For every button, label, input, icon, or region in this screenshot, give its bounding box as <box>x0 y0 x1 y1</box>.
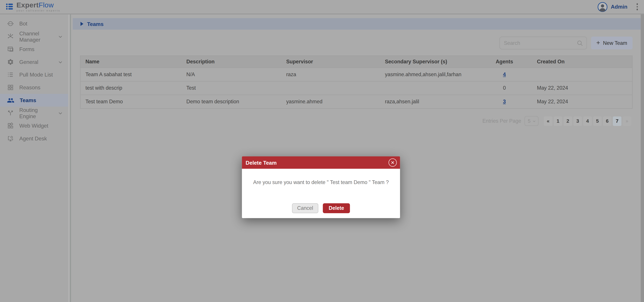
cell-created-on <box>518 67 632 81</box>
search-box <box>499 37 587 49</box>
table-header-row: Name Description Supervisor Secondary Su… <box>80 56 632 67</box>
close-icon[interactable] <box>388 159 397 167</box>
breadcrumb-teams-link[interactable]: Teams <box>87 21 104 27</box>
gear-icon <box>7 59 14 66</box>
entries-per-page-select[interactable]: 5 <box>524 116 538 126</box>
desk-monitor-icon <box>7 135 14 142</box>
grid-icon <box>7 84 14 91</box>
logo-mark-icon <box>6 2 14 12</box>
pagination-prev-button[interactable]: « <box>544 116 552 126</box>
sidebar-item-label: Channel Manager <box>19 30 53 43</box>
cell-description: Test <box>182 81 282 95</box>
breadcrumb: Teams <box>73 18 641 30</box>
column-header-supervisor: Supervisor <box>281 56 380 67</box>
cell-supervisor <box>281 81 380 95</box>
delete-team-modal: Delete Team Are you sure you want to del… <box>242 157 400 218</box>
sidebar-item-web-widget[interactable]: Web Widget <box>0 119 68 132</box>
cell-name: test with descrip <box>80 81 182 95</box>
cell-secondary-supervisors: yasmine.ahmed,ahsen.jalil,farhan <box>380 67 490 81</box>
pagination-page-4[interactable]: 4 <box>583 116 592 126</box>
user-menu[interactable]: Admin <box>598 2 627 12</box>
sidebar-item-general[interactable]: General <box>0 56 68 68</box>
pagination-page-3[interactable]: 3 <box>573 116 582 126</box>
list-icon <box>7 71 14 78</box>
app-window: ExpertFlow your callcenter experts Admin <box>0 0 644 302</box>
modal-header: Delete Team <box>242 157 400 169</box>
modal-title: Delete Team <box>246 160 277 166</box>
search-input[interactable] <box>500 37 586 49</box>
sidebar-item-forms[interactable]: Forms <box>0 43 68 56</box>
column-header-name: Name <box>80 56 182 67</box>
sidebar-item-teams[interactable]: Teams <box>0 94 68 107</box>
sidebar-item-label: Agent Desk <box>19 135 47 141</box>
chevron-down-icon <box>532 119 536 123</box>
column-header-created-on: Created On <box>518 56 632 67</box>
pagination-page-2[interactable]: 2 <box>564 116 572 126</box>
sidebar-item-channel-manager[interactable]: Channel Manager <box>0 30 68 43</box>
people-icon <box>7 97 14 104</box>
column-header-description: Description <box>182 56 282 67</box>
agents-count-link[interactable]: 4 <box>503 71 506 77</box>
avatar <box>598 2 608 12</box>
logo-tagline: your callcenter experts <box>16 10 60 12</box>
cancel-button[interactable]: Cancel <box>292 203 318 213</box>
cell-description: Demo team description <box>182 95 282 108</box>
confirmation-message: Are you sure you want to delete " Test t… <box>250 180 392 185</box>
cell-secondary-supervisors: raza,ahsen.jalil <box>380 95 490 108</box>
top-bar: ExpertFlow your callcenter experts Admin <box>0 0 644 14</box>
sidebar-item-label: Bot <box>19 21 28 27</box>
cell-name: Test team Demo <box>80 95 182 108</box>
channel-hub-icon <box>7 33 14 40</box>
route-split-icon <box>7 109 14 117</box>
agents-count-link[interactable]: 3 <box>503 99 506 104</box>
chevron-down-icon <box>58 34 63 39</box>
modal-body: Are you sure you want to delete " Test t… <box>242 169 400 218</box>
cell-description: N/A <box>182 67 282 81</box>
cell-secondary-supervisors <box>380 81 490 95</box>
kebab-menu-icon[interactable] <box>636 3 638 11</box>
vertical-scrollbar[interactable] <box>641 14 644 302</box>
sidebar-item-label: Pull Mode List <box>19 72 53 78</box>
pagination-page-5[interactable]: 5 <box>593 116 602 126</box>
column-header-agents: Agents <box>490 56 518 67</box>
pagination: Entries Per Page 5 « 1 2 3 4 5 6 7 » <box>71 116 641 126</box>
new-team-button[interactable]: + New Team <box>591 37 632 49</box>
sidebar-item-reasons[interactable]: Reasons <box>0 81 68 94</box>
sidebar-item-routing-engine[interactable]: Routing Engine <box>0 106 68 119</box>
bot-icon <box>7 20 14 27</box>
teams-table: Name Description Supervisor Secondary Su… <box>80 56 632 109</box>
widgets-icon <box>7 122 14 129</box>
pagination-next-button[interactable]: » <box>623 116 631 126</box>
forms-icon <box>7 46 14 53</box>
column-header-secondary-supervisors: Secondary Supervisor (s) <box>380 56 490 67</box>
logo-wordmark: ExpertFlow <box>16 2 60 9</box>
sidebar-item-agent-desk[interactable]: Agent Desk <box>0 132 68 145</box>
table-row: test with descrip Test 0 May 22, 2024 <box>80 81 632 95</box>
sidebar-item-bot[interactable]: Bot <box>0 17 68 30</box>
sidebar-item-label: General <box>19 59 38 65</box>
chevron-down-icon <box>58 110 63 115</box>
cell-supervisor: raza <box>281 67 380 81</box>
sidebar-item-label: Web Widget <box>19 123 48 129</box>
expertflow-logo: ExpertFlow your callcenter experts <box>6 2 60 12</box>
search-icon <box>576 39 584 47</box>
sidebar-item-pull-mode-list[interactable]: Pull Mode List <box>0 68 68 81</box>
sidebar-item-label: Teams <box>20 97 36 103</box>
chevron-down-icon <box>58 60 63 64</box>
sidebar-item-label: Reasons <box>19 84 40 91</box>
sidebar: Bot Channel Manager <box>0 14 68 302</box>
sidebar-scrollbar[interactable] <box>68 14 70 302</box>
new-team-button-label: New Team <box>603 40 627 46</box>
cell-name: Team A sabahat test <box>80 67 182 81</box>
delete-button[interactable]: Delete <box>323 203 350 213</box>
cell-created-on: May 22, 2024 <box>518 81 632 95</box>
pagination-page-7[interactable]: 7 <box>613 116 621 126</box>
entries-per-page-label: Entries Per Page <box>482 118 521 124</box>
entries-per-page-value: 5 <box>528 118 530 124</box>
table-row: Team A sabahat test N/A raza yasmine.ahm… <box>80 67 632 81</box>
pagination-page-6[interactable]: 6 <box>603 116 612 126</box>
cell-created-on: May 22, 2024 <box>518 95 632 108</box>
agents-count: 0 <box>490 81 518 95</box>
plus-icon: + <box>596 39 600 46</box>
pagination-page-1[interactable]: 1 <box>554 116 562 126</box>
